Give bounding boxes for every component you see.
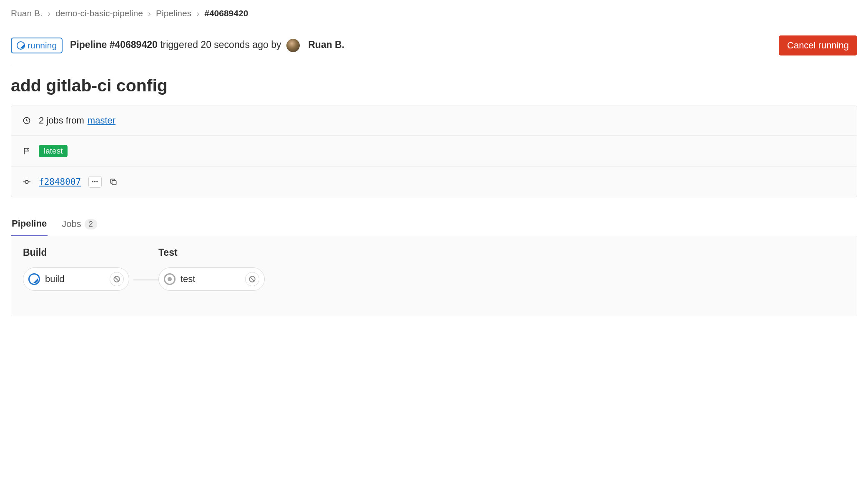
breadcrumb-project[interactable]: demo-ci-basic-pipeline (55, 8, 143, 18)
breadcrumb: Ruan B. › demo-ci-basic-pipeline › Pipel… (11, 8, 857, 27)
copy-sha-button[interactable] (109, 178, 118, 186)
jobs-count-text: 2 jobs from (39, 115, 84, 126)
pipeline-graph: Build build Test test (11, 236, 857, 316)
expand-commit-button[interactable] (88, 176, 102, 188)
tab-jobs-label: Jobs (62, 219, 81, 229)
cancel-running-button[interactable]: Cancel running (779, 35, 857, 55)
stage-build: Build build (23, 247, 129, 291)
running-icon (28, 273, 40, 285)
cancel-job-button[interactable] (245, 272, 259, 286)
cancel-icon (113, 275, 120, 283)
page-title: add gitlab-ci config (11, 76, 857, 96)
chevron-right-icon: › (196, 8, 199, 18)
svg-point-1 (25, 180, 28, 183)
svg-rect-2 (112, 181, 116, 185)
job-build[interactable]: build (23, 267, 129, 291)
cancel-job-button[interactable] (110, 272, 124, 286)
tab-pipeline[interactable]: Pipeline (11, 212, 48, 236)
commit-icon (22, 177, 31, 187)
branch-link[interactable]: master (88, 115, 115, 126)
tab-pipeline-label: Pipeline (12, 218, 47, 229)
stage-title-build: Build (23, 247, 129, 258)
tab-jobs[interactable]: Jobs 2 (61, 212, 98, 236)
tags-info-row: latest (11, 136, 857, 167)
tabs: Pipeline Jobs 2 (11, 212, 857, 236)
job-name: test (181, 274, 240, 285)
avatar[interactable] (286, 39, 300, 52)
running-icon (17, 41, 25, 50)
pipeline-header: running Pipeline #40689420 triggered 20 … (11, 27, 857, 64)
breadcrumb-section[interactable]: Pipelines (156, 8, 191, 18)
chevron-right-icon: › (148, 8, 151, 18)
stage-title-test: Test (158, 247, 265, 258)
pipeline-prefix: Pipeline (70, 39, 107, 50)
cancel-icon (248, 275, 256, 283)
job-name: build (45, 274, 105, 285)
job-test[interactable]: test (158, 267, 265, 291)
copy-icon (109, 178, 118, 186)
pipeline-info-panel: 2 jobs from master latest f2848007 (11, 106, 857, 197)
breadcrumb-owner[interactable]: Ruan B. (11, 8, 43, 18)
clock-icon (22, 116, 31, 125)
breadcrumb-current: #40689420 (204, 8, 248, 18)
flag-icon (22, 146, 31, 156)
stage-test: Test test (158, 247, 265, 291)
pipeline-id: #40689420 (110, 39, 158, 50)
commit-info-row: f2848007 (11, 167, 857, 197)
stages-row: Build build Test test (23, 247, 845, 291)
status-badge-running[interactable]: running (11, 38, 63, 53)
jobs-count-badge: 2 (85, 219, 97, 229)
jobs-info-row: 2 jobs from master (11, 106, 857, 136)
latest-tag: latest (39, 145, 68, 157)
status-label: running (28, 40, 57, 50)
pipeline-header-left: running Pipeline #40689420 triggered 20 … (11, 38, 344, 53)
created-icon (164, 273, 176, 285)
commit-sha-link[interactable]: f2848007 (39, 177, 81, 187)
pipeline-summary: Pipeline #40689420 triggered 20 seconds … (70, 39, 344, 52)
triggered-by-user[interactable]: Ruan B. (308, 39, 344, 50)
chevron-right-icon: › (48, 8, 50, 18)
triggered-text: triggered 20 seconds ago by (160, 39, 281, 50)
